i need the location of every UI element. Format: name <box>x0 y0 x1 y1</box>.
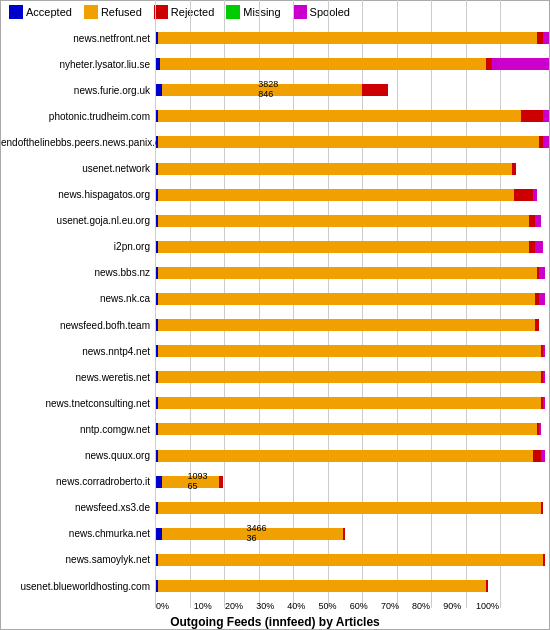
bar-segment <box>541 502 543 514</box>
bar-segment <box>492 58 549 70</box>
bar-segment <box>533 450 541 462</box>
bar-segment <box>521 110 543 122</box>
bar-segment <box>543 345 545 357</box>
bar-track <box>156 450 549 462</box>
bar-row: photonic.trudheim.com7787483 <box>1 103 549 129</box>
bar-segment <box>158 502 541 514</box>
bar-segment <box>535 215 541 227</box>
legend-label: Missing <box>243 6 280 18</box>
row-label: usenet.network <box>1 163 156 174</box>
bar-row: usenet.network7007292 <box>1 155 549 181</box>
bar-row: news.corradroberto.it109365 <box>1 469 549 495</box>
bar-segment <box>539 267 545 279</box>
row-label: i2pn.org <box>1 241 156 252</box>
inline-bar-label: 109365 <box>187 472 207 492</box>
row-label: news.corradroberto.it <box>1 476 156 487</box>
row-label: news.hispagatos.org <box>1 189 156 200</box>
row-label: news.weretis.net <box>1 372 156 383</box>
bar-row: news.nk.ca7773194 <box>1 286 549 312</box>
legend-label: Rejected <box>171 6 214 18</box>
chart-title: Outgoing Feeds (innfeed) by Articles <box>1 615 549 629</box>
row-label: news.bbs.nz <box>1 267 156 278</box>
bar-row: usenet.goja.nl.eu.org7423263 <box>1 208 549 234</box>
bar-segment <box>535 241 543 253</box>
bar-track <box>156 580 549 592</box>
x-axis: 0%10%20%30%40%50%60%70%80%90%100% <box>1 601 549 611</box>
inline-bar-label: 346636 <box>246 524 266 544</box>
bar-segment <box>539 423 541 435</box>
chart-container: AcceptedRefusedRejectedMissingSpooled ne… <box>0 0 550 630</box>
legend-item-accepted: Accepted <box>9 5 72 19</box>
row-label: photonic.trudheim.com <box>1 111 156 122</box>
bar-track: 109365 <box>156 476 549 488</box>
legend-swatch <box>84 5 98 19</box>
bar-track <box>156 293 549 305</box>
bar-row: news.furie.org.uk3828846 <box>1 77 549 103</box>
bar-segment <box>158 215 529 227</box>
bar-row: endofthelinebbs.peers.news.panix.com7794… <box>1 129 549 155</box>
bar-segment <box>543 32 549 44</box>
bar-segment <box>535 319 539 331</box>
bar-track <box>156 163 549 175</box>
bar-row: news.samoylyk.net779324 <box>1 547 549 573</box>
row-label: usenet.blueworldhosting.com <box>1 581 156 592</box>
x-axis-label: 50% <box>312 601 343 611</box>
bar-row: usenet.blueworldhosting.com6533 <box>1 573 549 599</box>
legend-item-rejected: Rejected <box>154 5 214 19</box>
bar-track <box>156 371 549 383</box>
bar-segment <box>158 580 486 592</box>
x-axis-label: 10% <box>187 601 218 611</box>
x-axis-label: 40% <box>281 601 312 611</box>
row-label: newsfeed.bofh.team <box>1 320 156 331</box>
bar-row: news.hispagatos.org7219277 <box>1 182 549 208</box>
x-axis-label: 60% <box>343 601 374 611</box>
bar-segment <box>514 189 534 201</box>
legend-swatch <box>226 5 240 19</box>
bar-segment <box>158 267 537 279</box>
bar-row: news.netfront.net77762150 <box>1 25 549 51</box>
bar-row: nyheter.lysator.liu.se59421273 <box>1 51 549 77</box>
bar-track <box>156 58 549 70</box>
bar-segment <box>158 450 533 462</box>
bar-segment <box>158 163 512 175</box>
bar-track <box>156 136 549 148</box>
bar-segment <box>158 371 541 383</box>
bar-segment <box>543 554 545 566</box>
row-label: news.furie.org.uk <box>1 85 156 96</box>
legend-swatch <box>9 5 23 19</box>
bar-row: news.nntp4.net7741115 <box>1 338 549 364</box>
bar-track <box>156 319 549 331</box>
legend-label: Accepted <box>26 6 72 18</box>
row-label: endofthelinebbs.peers.news.panix.com <box>1 137 156 148</box>
legend-label: Spooled <box>310 6 350 18</box>
legend-item-missing: Missing <box>226 5 280 19</box>
bar-segment <box>486 580 488 592</box>
bar-row: newsfeed.xs3.de767649 <box>1 495 549 521</box>
legend-swatch <box>293 5 307 19</box>
row-label: news.samoylyk.net <box>1 554 156 565</box>
row-label: usenet.goja.nl.eu.org <box>1 215 156 226</box>
x-axis-label: 0% <box>156 601 187 611</box>
bar-track <box>156 32 549 44</box>
bar-segment <box>541 450 545 462</box>
bar-segment <box>543 397 545 409</box>
bar-segment <box>343 528 345 540</box>
bar-track <box>156 110 549 122</box>
bar-segment <box>512 163 516 175</box>
bar-segment <box>543 136 549 148</box>
legend-label: Refused <box>101 6 142 18</box>
bar-track <box>156 241 549 253</box>
bar-row: news.tnetconsulting.net781590 <box>1 390 549 416</box>
bar-track <box>156 397 549 409</box>
bar-track <box>156 215 549 227</box>
bar-track: 3828846 <box>156 84 549 96</box>
x-axis-label: 20% <box>218 601 249 611</box>
bar-row: news.quux.org779270 <box>1 443 549 469</box>
bar-row: nntp.comgw.net748975 <box>1 416 549 442</box>
bar-track <box>156 502 549 514</box>
bar-track <box>156 554 549 566</box>
bar-row: news.weretis.net7799101 <box>1 364 549 390</box>
bar-segment <box>158 189 514 201</box>
row-label: news.chmurka.net <box>1 528 156 539</box>
bar-segment <box>158 136 539 148</box>
